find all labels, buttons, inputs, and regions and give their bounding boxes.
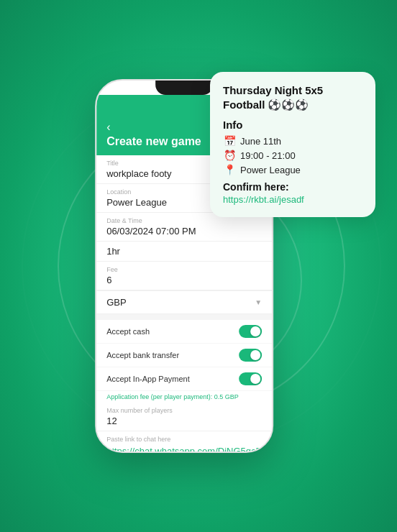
chevron-down-icon: ▼ — [255, 298, 262, 306]
datetime-label: Date & Time — [106, 217, 262, 224]
divider — [96, 314, 272, 320]
phone-notch — [155, 81, 213, 95]
popup-card: Thursday Night 5x5 Football ⚽⚽⚽ Info 📅 J… — [210, 72, 375, 217]
accept-bank-toggle[interactable]: Accept bank transfer — [96, 344, 272, 367]
datetime-value: 06/03/2024 07:00 PM — [106, 226, 262, 237]
fee-field[interactable]: Fee 6 — [96, 262, 272, 290]
whatsapp-field[interactable]: Paste link to chat here https://chat.wha… — [96, 431, 272, 453]
accept-inapp-label: Accept In-App Payment — [106, 375, 190, 383]
max-players-field[interactable]: Max number of players 12 — [96, 403, 272, 431]
max-players-value: 12 — [106, 416, 262, 426]
popup-location-row: 📍 Power League — [223, 164, 362, 175]
popup-time-value: 19:00 - 21:00 — [240, 150, 296, 161]
calendar-icon: 📅 — [223, 135, 236, 147]
inapp-toggle-switch[interactable] — [239, 372, 262, 385]
accept-cash-label: Accept cash — [106, 327, 150, 336]
whatsapp-link-value: https://chat.whatsapp.com/DjNG5qc5Su07 — [106, 446, 261, 453]
accept-inapp-toggle[interactable]: Accept In-App Payment — [96, 367, 272, 391]
fee-value: 6 — [106, 275, 262, 285]
location-icon: 📍 — [223, 164, 236, 175]
datetime-field[interactable]: Date & Time 06/03/2024 07:00 PM — [96, 213, 272, 242]
accept-bank-label: Accept bank transfer — [106, 351, 179, 359]
popup-date-row: 📅 June 11th — [223, 135, 362, 147]
duration-field[interactable]: 1hr — [96, 242, 272, 262]
currency-value: GBP — [106, 297, 126, 308]
popup-date-value: June 11th — [240, 136, 281, 147]
bank-toggle-switch[interactable] — [239, 349, 262, 362]
fee-note: Application fee (per player payment): 0.… — [96, 391, 272, 403]
accept-cash-toggle[interactable]: Accept cash — [96, 320, 272, 344]
popup-location-value: Power League — [240, 165, 301, 175]
fee-label: Fee — [106, 266, 262, 273]
duration-value: 1hr — [106, 246, 262, 257]
currency-selector[interactable]: GBP ▼ — [96, 290, 272, 314]
popup-time-row: ⏰ 19:00 - 21:00 — [223, 150, 362, 161]
confirm-link[interactable]: https://rkbt.ai/jesadf — [223, 194, 304, 205]
whatsapp-label: Paste link to chat here — [106, 436, 262, 443]
max-players-label: Max number of players — [106, 407, 262, 414]
clock-icon: ⏰ — [223, 150, 236, 161]
popup-info-label: Info — [223, 119, 362, 131]
cash-toggle-switch[interactable] — [239, 325, 262, 338]
confirm-label: Confirm here: — [223, 181, 362, 193]
confirm-section: Confirm here: https://rkbt.ai/jesadf — [223, 181, 362, 206]
popup-title: Thursday Night 5x5 Football ⚽⚽⚽ — [223, 83, 362, 111]
